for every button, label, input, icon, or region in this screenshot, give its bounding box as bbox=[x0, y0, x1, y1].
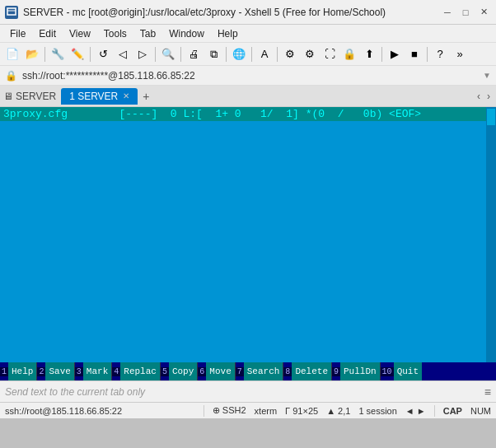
toolbar-sep-7 bbox=[277, 47, 278, 62]
terminal-scrollbar[interactable] bbox=[486, 107, 496, 380]
window-controls: ─ □ ✕ bbox=[440, 5, 491, 20]
close-button[interactable]: ✕ bbox=[476, 5, 491, 20]
tb-edit[interactable]: ✏️ bbox=[68, 45, 87, 63]
toolbar-sep-5 bbox=[226, 47, 227, 62]
session-nav: ‹ › bbox=[475, 91, 493, 102]
address-text: ssh://root:***********@185.118.66.85:22 bbox=[22, 70, 478, 82]
tb-print[interactable]: 🖨 bbox=[185, 45, 203, 63]
terminal-area: 3proxy.cfg [----] 0 L:[ 1+ 0 1/ 1] *(0 /… bbox=[0, 107, 496, 374]
terminal-container[interactable]: 3proxy.cfg [----] 0 L:[ 1+ 0 1/ 1] *(0 /… bbox=[0, 107, 496, 380]
status-ssh: ⊕ SSH2 bbox=[213, 405, 246, 416]
fn-save[interactable]: 2 Save bbox=[37, 362, 74, 380]
maximize-button[interactable]: □ bbox=[458, 5, 473, 20]
fn8-num: 8 bbox=[283, 367, 292, 376]
fn1-label: Help bbox=[8, 362, 36, 380]
tb-font[interactable]: A bbox=[255, 45, 274, 63]
tb-open[interactable]: 📂 bbox=[23, 45, 41, 63]
terminal-status-line: 3proxy.cfg [----] 0 L:[ 1+ 0 1/ 1] *(0 /… bbox=[0, 107, 496, 121]
tb-script2[interactable]: ⚙ bbox=[301, 45, 319, 63]
status-sep-1 bbox=[204, 405, 204, 417]
fn-quit[interactable]: 10 Quit bbox=[381, 362, 422, 380]
session-icon-label: SERVER bbox=[16, 91, 56, 102]
fn7-label: Search bbox=[244, 362, 283, 380]
nav-left-button[interactable]: ‹ bbox=[475, 91, 483, 102]
status-session: 1 session bbox=[358, 406, 396, 416]
menu-view[interactable]: View bbox=[63, 26, 97, 41]
tb-globe[interactable]: 🌐 bbox=[230, 45, 248, 63]
fn2-num: 2 bbox=[37, 367, 45, 376]
window-title: SERVER - mc [root@origin]:/usr/local/etc… bbox=[23, 7, 386, 18]
scrollbar-thumb[interactable] bbox=[487, 109, 495, 125]
fn-copy[interactable]: 5 Copy bbox=[161, 362, 198, 380]
app-icon bbox=[5, 6, 18, 19]
fn-pulldn[interactable]: 9 PullDn bbox=[332, 362, 381, 380]
svg-rect-0 bbox=[7, 8, 16, 15]
toolbar: 📄 📂 🔧 ✏️ ↺ ◁ ▷ 🔍 🖨 ⧉ 🌐 A ⚙ ⚙ ⛶ 🔒 ⬆ ▶ ■ ?… bbox=[0, 43, 496, 66]
fn9-label: PullDn bbox=[340, 362, 380, 380]
status-cap: CAP bbox=[443, 406, 462, 416]
menu-help[interactable]: Help bbox=[211, 26, 245, 41]
menu-tools[interactable]: Tools bbox=[97, 26, 133, 41]
tb-play[interactable]: ▶ bbox=[386, 45, 404, 63]
menu-edit[interactable]: Edit bbox=[32, 26, 63, 41]
status-size: Γ 91×25 bbox=[285, 406, 318, 416]
input-placeholder[interactable]: Send text to the current tab only bbox=[5, 386, 480, 398]
address-bar: 🔒 ssh://root:***********@185.118.66.85:2… bbox=[0, 66, 496, 86]
fn6-num: 6 bbox=[198, 367, 206, 376]
tb-back[interactable]: ◁ bbox=[114, 45, 132, 63]
fn-move[interactable]: 6 Move bbox=[198, 362, 235, 380]
fn10-num: 10 bbox=[381, 367, 394, 376]
fn10-label: Quit bbox=[394, 362, 422, 380]
toolbar-sep-4 bbox=[180, 47, 181, 62]
fn-help[interactable]: 1 Help bbox=[0, 362, 37, 380]
address-dropdown-icon[interactable]: ▼ bbox=[483, 71, 491, 80]
tb-properties[interactable]: 🔧 bbox=[49, 45, 67, 63]
minimize-button[interactable]: ─ bbox=[440, 5, 455, 20]
address-lock-icon: 🔒 bbox=[5, 70, 17, 82]
fn-mark[interactable]: 3 Mark bbox=[75, 362, 112, 380]
fn1-num: 1 bbox=[0, 367, 8, 376]
tb-refresh[interactable]: ↺ bbox=[94, 45, 112, 63]
nav-right-button[interactable]: › bbox=[484, 91, 493, 102]
tb-copy2[interactable]: ⧉ bbox=[204, 45, 222, 63]
fn-delete[interactable]: 8 Delete bbox=[283, 362, 332, 380]
status-term: xterm bbox=[255, 406, 278, 416]
tb-forward[interactable]: ▷ bbox=[133, 45, 152, 63]
fn5-label: Copy bbox=[169, 362, 197, 380]
tb-stop[interactable]: ■ bbox=[405, 45, 423, 63]
input-bar: Send text to the current tab only ≡ bbox=[0, 380, 496, 402]
tb-search[interactable]: 🔍 bbox=[159, 45, 177, 63]
toolbar-sep-9 bbox=[427, 47, 428, 62]
tb-new[interactable]: 📄 bbox=[3, 45, 21, 63]
tb-resize[interactable]: ⛶ bbox=[321, 45, 339, 63]
toolbar-sep-3 bbox=[155, 47, 156, 62]
fn-replac[interactable]: 4 Replac bbox=[112, 362, 161, 380]
menu-tab[interactable]: Tab bbox=[133, 26, 162, 41]
tab-close-icon[interactable]: ✕ bbox=[123, 91, 129, 100]
fn-bar: 1 Help 2 Save 3 Mark 4 Replac 5 Copy 6 M… bbox=[0, 362, 496, 380]
menu-file[interactable]: File bbox=[3, 26, 32, 41]
toolbar-sep-1 bbox=[44, 47, 45, 62]
tb-lock[interactable]: 🔒 bbox=[340, 45, 358, 63]
title-bar-left: SERVER - mc [root@origin]:/usr/local/etc… bbox=[5, 6, 386, 19]
tab-label: 1 SERVER bbox=[69, 91, 118, 102]
fn2-label: Save bbox=[45, 362, 73, 380]
tb-help[interactable]: ? bbox=[431, 45, 449, 63]
active-tab[interactable]: 1 SERVER ✕ bbox=[61, 88, 138, 105]
toolbar-sep-8 bbox=[381, 47, 382, 62]
add-tab-button[interactable]: + bbox=[138, 88, 154, 105]
fn3-label: Mark bbox=[83, 362, 111, 380]
fn-search[interactable]: 7 Search bbox=[236, 362, 284, 380]
session-icon-server: 🖥 bbox=[3, 91, 13, 102]
fn9-num: 9 bbox=[332, 367, 340, 376]
fn5-num: 5 bbox=[161, 367, 169, 376]
fn4-label: Replac bbox=[120, 362, 160, 380]
tb-transfer[interactable]: ⬆ bbox=[360, 45, 378, 63]
menu-window[interactable]: Window bbox=[162, 26, 211, 41]
status-num: NUM bbox=[470, 406, 491, 416]
send-button[interactable]: ≡ bbox=[484, 385, 491, 399]
status-connection: ssh://root@185.118.66.85:22 bbox=[5, 406, 195, 416]
tb-extra[interactable]: » bbox=[451, 45, 469, 63]
fn7-num: 7 bbox=[236, 367, 244, 376]
tb-script1[interactable]: ⚙ bbox=[281, 45, 299, 63]
